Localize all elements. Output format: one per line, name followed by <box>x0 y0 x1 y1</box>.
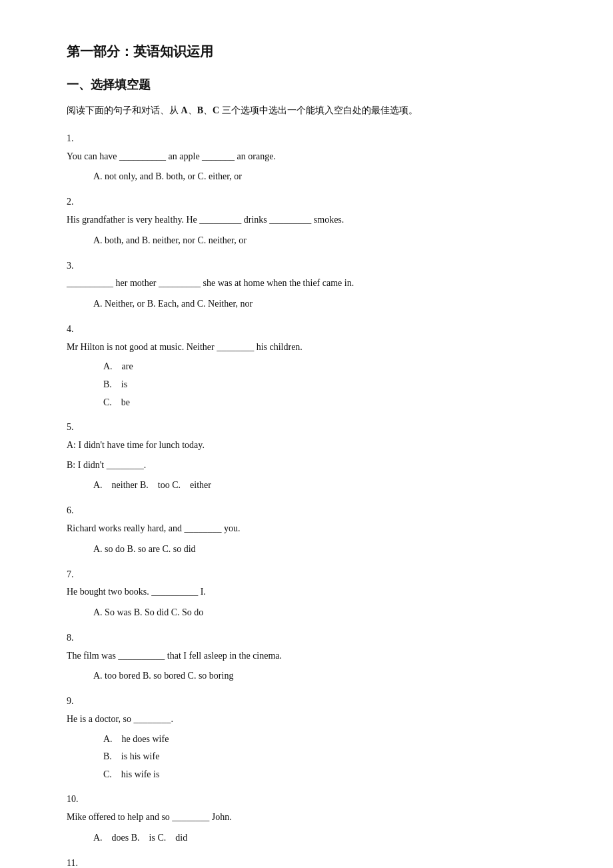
question-text: Mr Hilton is not good at music. Neither … <box>67 339 560 357</box>
question-text: His grandfather is very healthy. He ____… <box>67 211 560 229</box>
option-item: A. he does wife <box>103 731 560 749</box>
question-text: Richard works really hard, and ________ … <box>67 520 560 538</box>
question-block: 8.The film was __________ that I fell as… <box>67 630 560 685</box>
option-item: B. is his wife <box>103 748 560 766</box>
question-number: 8. <box>67 630 560 646</box>
options-row: A. neither B. too C. either <box>93 476 560 495</box>
options-col: A. areB. isC. be <box>103 358 560 411</box>
question-number: 1. <box>67 131 560 147</box>
options-row: A. too bored B. so bored C. so boring <box>93 667 560 685</box>
question-block: 3.__________ her mother _________ she wa… <box>67 258 560 313</box>
question-block: 2.His grandfather is very healthy. He __… <box>67 194 560 249</box>
question-number: 11. <box>67 855 560 868</box>
question-number: 6. <box>67 503 560 519</box>
option-item: C. his wife is <box>103 766 560 784</box>
options-row: A. Neither, or B. Each, and C. Neither, … <box>93 295 560 313</box>
part-title: 第一部分：英语知识运用 <box>67 40 560 63</box>
options-row: A. So was B. So did C. So do <box>93 603 560 622</box>
question-number: 3. <box>67 258 560 274</box>
options-row: A. so do B. so are C. so did <box>93 540 560 559</box>
question-number: 5. <box>67 419 560 435</box>
question-text: You can have __________ an apple _______… <box>67 148 560 166</box>
question-block: 6.Richard works really hard, and _______… <box>67 503 560 558</box>
question-block: 9.He is a doctor, so ________.A. he does… <box>67 693 560 783</box>
question-text: He bought two books. __________ I. <box>67 583 560 601</box>
option-item: C. be <box>103 394 560 412</box>
question-number: 9. <box>67 693 560 709</box>
question-block: 5.A: I didn't have time for lunch today.… <box>67 419 560 495</box>
question-block: 11.You're driving _____________, slow do… <box>67 855 560 868</box>
options-row: A. does B. is C. did <box>93 829 560 847</box>
question-number: 7. <box>67 567 560 583</box>
options-col: A. he does wifeB. is his wifeC. his wife… <box>103 731 560 784</box>
question-block: 7.He bought two books. __________ I.A. S… <box>67 567 560 622</box>
question-number: 2. <box>67 194 560 210</box>
question-text-b: B: I didn't ________. <box>67 457 560 475</box>
question-number: 10. <box>67 791 560 807</box>
question-text: The film was __________ that I fell asle… <box>67 647 560 665</box>
option-item: A. are <box>103 358 560 376</box>
section-title: 一、选择填空题 <box>67 75 560 95</box>
question-number: 4. <box>67 321 560 337</box>
option-item: B. is <box>103 376 560 394</box>
options-row: A. both, and B. neither, nor C. neither,… <box>93 231 560 250</box>
options-row: A. not only, and B. both, or C. either, … <box>93 167 560 186</box>
question-text: A: I didn't have time for lunch today. <box>67 437 560 455</box>
question-text: He is a doctor, so ________. <box>67 711 560 729</box>
question-text: Mike offered to help and so ________ Joh… <box>67 809 560 827</box>
question-block: 10.Mike offered to help and so ________ … <box>67 791 560 847</box>
instruction: 阅读下面的句子和对话、从 A、B、C 三个选项中选出一个能填入空白处的最佳选项。 <box>67 102 560 119</box>
question-block: 4.Mr Hilton is not good at music. Neithe… <box>67 321 560 411</box>
question-text: __________ her mother _________ she was … <box>67 275 560 293</box>
question-block: 1.You can have __________ an apple _____… <box>67 131 560 186</box>
